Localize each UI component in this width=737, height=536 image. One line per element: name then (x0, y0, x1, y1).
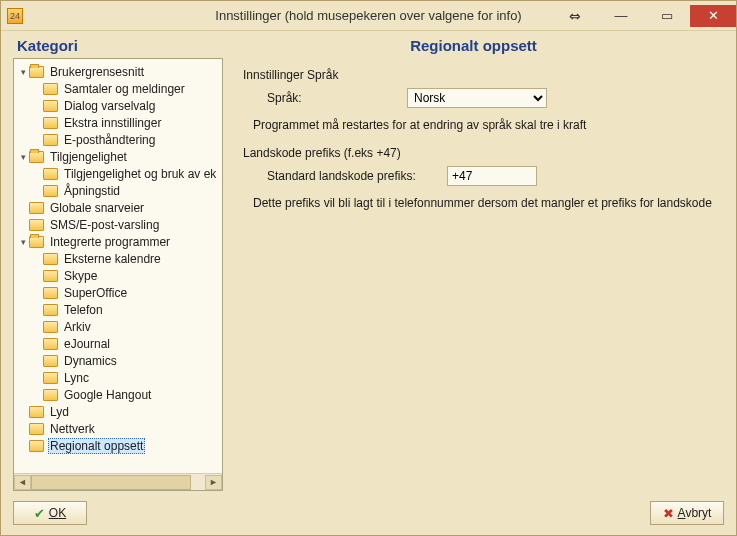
folder-icon (29, 151, 44, 163)
maximize-button[interactable]: ▭ (644, 5, 690, 27)
folder-icon (29, 219, 44, 231)
tree-item[interactable]: Lync (16, 369, 220, 386)
tree-item[interactable]: E-posthåndtering (16, 131, 220, 148)
tree-item-label: E-posthåndtering (62, 133, 157, 147)
ok-button-label: OK (49, 506, 66, 520)
tree-item-label: Dialog varselvalg (62, 99, 157, 113)
folder-icon (43, 83, 58, 95)
tree-item[interactable]: Ekstra innstillinger (16, 114, 220, 131)
resize-handle-icon[interactable]: ⇔ (552, 5, 598, 27)
tree-item-label: Integrerte programmer (48, 235, 172, 249)
folder-icon (29, 423, 44, 435)
scroll-left-icon[interactable]: ◄ (14, 475, 31, 490)
folder-icon (29, 440, 44, 452)
tree-item[interactable]: Dialog varselvalg (16, 97, 220, 114)
ok-button[interactable]: ✔ OK (13, 501, 87, 525)
tree-item-label: Tilgjengelighet og bruk av ek (62, 167, 218, 181)
tree-item-label: Lyd (48, 405, 71, 419)
folder-icon (43, 270, 58, 282)
folder-icon (43, 304, 58, 316)
folder-icon (29, 202, 44, 214)
folder-icon (43, 372, 58, 384)
cross-icon: ✖ (663, 506, 674, 521)
folder-icon (43, 355, 58, 367)
collapse-icon[interactable]: ▾ (18, 237, 29, 247)
folder-icon (43, 100, 58, 112)
check-icon: ✔ (34, 506, 45, 521)
tree-item-label: Eksterne kalendre (62, 252, 163, 266)
tree-item-label: Arkiv (62, 320, 93, 334)
tree-item-label: SuperOffice (62, 286, 129, 300)
prefix-hint: Dette prefiks vil bli lagt til i telefon… (253, 196, 716, 210)
tree-item-label: Globale snarveier (48, 201, 146, 215)
minimize-button[interactable]: — (598, 5, 644, 27)
folder-icon (43, 338, 58, 350)
language-select[interactable]: Norsk (407, 88, 547, 108)
tree-item[interactable]: ▾Tilgjengelighet (16, 148, 220, 165)
settings-panel: Innstillinger Språk Språk: Norsk Program… (235, 58, 724, 491)
folder-icon (43, 321, 58, 333)
tree-item[interactable]: ▾Brukergrensesnitt (16, 63, 220, 80)
folder-icon (29, 66, 44, 78)
category-heading: Kategori (13, 37, 223, 58)
tree-item[interactable]: Dynamics (16, 352, 220, 369)
tree-item[interactable]: ▾Integrerte programmer (16, 233, 220, 250)
scroll-thumb[interactable] (31, 475, 191, 490)
folder-icon (29, 236, 44, 248)
scroll-right-icon[interactable]: ► (205, 475, 222, 490)
prefix-label: Standard landskode prefiks: (267, 169, 447, 183)
tree-item-label: Lync (62, 371, 91, 385)
settings-window: 24 Innstillinger (hold musepekeren over … (0, 0, 737, 536)
tree-item[interactable]: Samtaler og meldinger (16, 80, 220, 97)
tree-item[interactable]: Skype (16, 267, 220, 284)
panel-heading: Regionalt oppsett (223, 37, 724, 58)
folder-icon (29, 406, 44, 418)
tree-item-selected[interactable]: Regionalt oppsett (16, 437, 220, 454)
cancel-button[interactable]: ✖ Avbryt (650, 501, 724, 525)
folder-icon (43, 253, 58, 265)
titlebar[interactable]: 24 Innstillinger (hold musepekeren over … (1, 1, 736, 31)
tree-item[interactable]: Arkiv (16, 318, 220, 335)
tree-item[interactable]: Nettverk (16, 420, 220, 437)
tree-item[interactable]: Globale snarveier (16, 199, 220, 216)
tree-item-label: eJournal (62, 337, 112, 351)
close-button[interactable]: ✕ (690, 5, 736, 27)
tree-item[interactable]: SuperOffice (16, 284, 220, 301)
tree-item[interactable]: eJournal (16, 335, 220, 352)
tree-item[interactable]: Åpningstid (16, 182, 220, 199)
tree-item[interactable]: Telefon (16, 301, 220, 318)
tree-item[interactable]: SMS/E-post-varsling (16, 216, 220, 233)
tree-item-label: Regionalt oppsett (48, 438, 145, 454)
language-section-title: Innstillinger Språk (243, 68, 716, 82)
collapse-icon[interactable]: ▾ (18, 67, 29, 77)
tree-item-label: Åpningstid (62, 184, 122, 198)
language-hint: Programmet må restartes for at endring a… (253, 118, 716, 132)
folder-icon (43, 117, 58, 129)
language-label: Språk: (267, 91, 407, 105)
tree-item-label: Brukergrensesnitt (48, 65, 146, 79)
category-tree-panel: ▾BrukergrensesnittSamtaler og meldingerD… (13, 58, 223, 491)
folder-icon (43, 134, 58, 146)
tree-item[interactable]: Tilgjengelighet og bruk av ek (16, 165, 220, 182)
tree-item-label: Skype (62, 269, 99, 283)
folder-icon (43, 287, 58, 299)
tree-item[interactable]: Eksterne kalendre (16, 250, 220, 267)
tree-item-label: SMS/E-post-varsling (48, 218, 161, 232)
app-icon: 24 (7, 8, 23, 24)
collapse-icon[interactable]: ▾ (18, 152, 29, 162)
tree-item-label: Telefon (62, 303, 105, 317)
tree-item[interactable]: Google Hangout (16, 386, 220, 403)
folder-icon (43, 185, 58, 197)
category-tree[interactable]: ▾BrukergrensesnittSamtaler og meldingerD… (14, 59, 222, 473)
tree-item-label: Nettverk (48, 422, 97, 436)
tree-item[interactable]: Lyd (16, 403, 220, 420)
cancel-button-label: Avbryt (678, 506, 712, 520)
tree-item-label: Samtaler og meldinger (62, 82, 187, 96)
folder-icon (43, 389, 58, 401)
prefix-input[interactable] (447, 166, 537, 186)
tree-item-label: Ekstra innstillinger (62, 116, 163, 130)
prefix-section-title: Landskode prefiks (f.eks +47) (243, 146, 716, 160)
scroll-track[interactable] (31, 475, 205, 490)
folder-icon (43, 168, 58, 180)
tree-horizontal-scrollbar[interactable]: ◄ ► (14, 473, 222, 490)
